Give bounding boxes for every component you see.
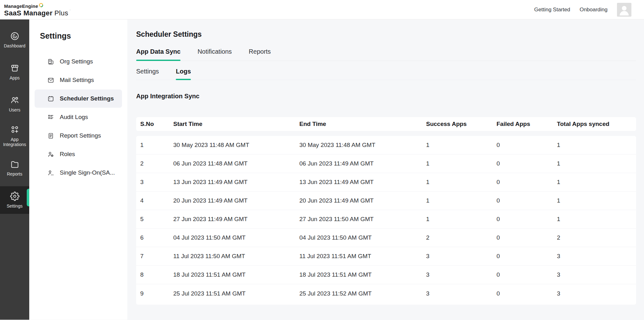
cell-total-apps: 1 [557,197,636,204]
manageengine-swirl-icon [39,3,43,9]
cell-success-apps: 3 [426,290,497,297]
sidebar-item-app-integrations[interactable]: App Integrations [0,120,29,152]
settings-nav-mail-settings[interactable]: Mail Settings [35,71,122,89]
top-navigation: Getting Started Onboarding [534,3,631,17]
brand-product-name: SaaS Manager [4,9,53,17]
section-title: App Integration Sync [136,93,636,100]
settings-nav-label: Org Settings [60,58,93,65]
settings-nav-list: Org Settings Mail Settings Scheduler Set… [29,52,127,182]
cell-success-apps: 1 [426,216,497,223]
settings-nav-single-sign-on[interactable]: Single Sign-On(SA... [35,164,122,182]
tab-reports[interactable]: Reports [249,48,271,61]
cell-sno: 3 [140,179,173,186]
brand-company-name: ManageEngine [4,4,38,9]
column-header-failed-apps: Failed Apps [497,121,557,127]
active-indicator-pill [27,189,29,206]
sidebar-item-label: Settings [7,203,23,209]
settings-nav-label: Scheduler Settings [60,95,114,102]
cell-total-apps: 1 [557,142,636,149]
onboarding-link[interactable]: Onboarding [580,7,608,13]
cell-success-apps: 3 [426,271,497,278]
column-header-start-time: Start Time [173,121,299,127]
page-title: Scheduler Settings [136,30,636,39]
cell-success-apps: 1 [426,197,497,204]
settings-gear-icon [10,192,19,201]
column-header-success-apps: Success Apps [426,121,497,127]
sidebar-item-apps[interactable]: Apps [0,56,29,88]
sidebar-item-label: Users [9,107,20,112]
cell-sno: 9 [140,290,173,297]
app-data-sync-subtabs: Settings Logs [136,68,636,80]
sidebar-item-dashboard[interactable]: Dashboard [0,24,29,56]
users-icon [10,95,19,105]
table-row: 8 18 Jul 2023 11:51 AM GMT 18 Jul 2023 1… [136,266,636,284]
reports-folder-icon [10,160,19,169]
cell-start-time: 06 Jun 2023 11:48 AM GMT [173,160,299,167]
settings-nav-report-settings[interactable]: Report Settings [35,127,122,145]
cell-success-apps: 2 [426,234,497,241]
sidebar-item-users[interactable]: Users [0,88,29,120]
scheduler-calendar-icon [47,95,54,102]
user-avatar[interactable] [617,3,631,17]
settings-panel-title: Settings [40,31,127,41]
person-silhouette-icon [617,3,631,17]
sidebar-item-label: Apps [10,75,20,80]
cell-failed-apps: 0 [497,160,557,167]
cell-sno: 1 [140,142,173,149]
table-row: 6 04 Jul 2023 11:50 AM GMT 04 Jul 2023 1… [136,229,636,247]
cell-failed-apps: 0 [497,234,557,241]
cell-total-apps: 1 [557,160,636,167]
cell-total-apps: 3 [557,253,636,260]
settings-nav-scheduler-settings[interactable]: Scheduler Settings [35,89,122,108]
main-content: Scheduler Settings App Data Sync Notific… [127,19,644,320]
settings-nav-roles[interactable]: Roles [35,145,122,163]
settings-nav-label: Roles [60,151,75,158]
table-row: 2 06 Jun 2023 11:48 AM GMT 06 Jun 2023 1… [136,155,636,173]
cell-success-apps: 3 [426,253,497,260]
subtab-logs[interactable]: Logs [176,68,191,80]
cell-failed-apps: 0 [497,197,557,204]
sidebar-item-reports[interactable]: Reports [0,152,29,184]
column-header-total-apps-synced: Total Apps synced [557,121,636,127]
settings-nav-label: Mail Settings [60,77,94,84]
cell-total-apps: 1 [557,216,636,223]
sidebar-item-settings[interactable]: Settings [0,186,29,214]
getting-started-link[interactable]: Getting Started [534,7,570,13]
cell-start-time: 04 Jul 2023 11:50 AM GMT [173,234,299,241]
tab-notifications[interactable]: Notifications [197,48,232,61]
cell-total-apps: 2 [557,234,636,241]
primary-sidebar: Dashboard Apps Users [0,19,29,320]
report-document-icon [47,132,54,139]
cell-sno: 6 [140,234,173,241]
settings-nav-audit-logs[interactable]: Audit Logs [35,108,122,126]
cell-failed-apps: 0 [497,290,557,297]
cell-failed-apps: 0 [497,142,557,149]
cell-sno: 4 [140,197,173,204]
apps-icon [10,63,19,73]
cell-failed-apps: 0 [497,179,557,186]
sidebar-item-label: Reports [7,171,22,176]
table-row: 9 25 Jul 2023 11:51 AM GMT 25 Jul 2023 1… [136,284,636,303]
subtab-settings[interactable]: Settings [136,68,159,80]
cell-end-time: 20 Jun 2023 11:49 AM GMT [299,197,426,204]
mail-envelope-icon [47,77,54,84]
cell-start-time: 13 Jun 2023 11:49 AM GMT [173,179,299,186]
cell-start-time: 30 May 2023 11:48 AM GMT [173,142,299,149]
settings-nav-org-settings[interactable]: Org Settings [35,52,122,71]
settings-nav-label: Single Sign-On(SA... [60,169,115,176]
cell-end-time: 30 May 2023 11:48 AM GMT [299,142,426,149]
table-row: 7 11 Jul 2023 11:50 AM GMT 11 Jul 2023 1… [136,247,636,266]
column-header-end-time: End Time [299,121,426,127]
sync-logs-table: 1 30 May 2023 11:48 AM GMT 30 May 2023 1… [136,136,636,305]
settings-nav-label: Audit Logs [60,114,88,121]
cell-end-time: 06 Jun 2023 11:49 AM GMT [299,160,426,167]
cell-success-apps: 1 [426,179,497,186]
cell-sno: 5 [140,216,173,223]
app-integrations-icon [10,125,19,134]
sidebar-item-label: Dashboard [4,43,25,48]
tab-app-data-sync[interactable]: App Data Sync [136,48,180,61]
roles-person-star-icon [47,151,54,158]
table-row: 3 13 Jun 2023 11:49 AM GMT 13 Jun 2023 1… [136,173,636,192]
dashboard-icon [10,31,19,41]
cell-start-time: 27 Jun 2023 11:49 AM GMT [173,216,299,223]
